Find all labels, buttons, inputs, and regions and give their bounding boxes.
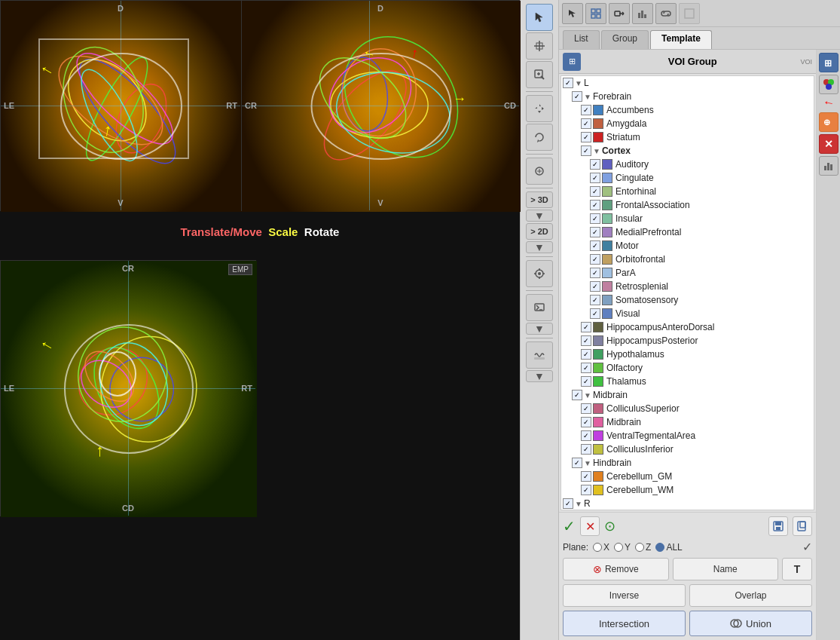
- side-icon-add-voi[interactable]: ⊞: [819, 53, 838, 72]
- tree-row-colliculus-i[interactable]: ✓ ColliculusInferior: [561, 442, 814, 456]
- view-3d-btn[interactable]: > 3D: [526, 191, 553, 208]
- tree-row-R[interactable]: ✓ ▼ R: [561, 497, 814, 510]
- tree-checkbox-forebrain[interactable]: ✓: [572, 91, 582, 102]
- side-icon-colors[interactable]: [819, 75, 838, 94]
- tree-row-thalamus[interactable]: ✓ Thalamus: [561, 375, 814, 388]
- plane-radio-Y[interactable]: Y: [614, 542, 631, 553]
- tree-row-hindbrain-group[interactable]: ✓ ▼ Hindbrain: [561, 456, 814, 470]
- tree-row-somatosensory[interactable]: ✓ Somatosensory: [561, 293, 814, 307]
- toolbar-minus4-btn[interactable]: ▼: [526, 370, 553, 382]
- plane-radio-X[interactable]: X: [593, 542, 609, 553]
- tree-container[interactable]: ✓ ▼ L ✓ ▼ Forebrain ✓ Accumbens: [561, 75, 814, 510]
- remove-btn[interactable]: ⊗ Remove: [563, 558, 669, 580]
- icon-link-btn[interactable]: [655, 3, 677, 24]
- plane-chevron[interactable]: ✓: [802, 540, 812, 554]
- tree-checkbox-auditory[interactable]: ✓: [590, 159, 600, 170]
- tree-checkbox-striatum[interactable]: ✓: [581, 132, 591, 142]
- tree-checkbox-colliculus-i[interactable]: ✓: [581, 444, 591, 455]
- tree-row-accumbens[interactable]: ✓ Accumbens: [561, 103, 814, 117]
- icon-chart-btn[interactable]: [632, 3, 653, 24]
- tree-row-frontalassociation[interactable]: ✓ FrontalAssociation: [561, 198, 814, 212]
- tree-checkbox-medialprefrontal[interactable]: ✓: [590, 227, 600, 237]
- tab-group[interactable]: Group: [601, 30, 649, 49]
- cancel-btn[interactable]: ✕: [580, 516, 600, 536]
- toolbar-move-btn[interactable]: [526, 95, 553, 122]
- tree-row-para[interactable]: ✓ ParA: [561, 266, 814, 280]
- brain-view-top-right[interactable]: D V CR CD → → →: [241, 0, 520, 211]
- side-icon-voi-active[interactable]: ⊕: [819, 112, 838, 132]
- tree-checkbox-hippo-p[interactable]: ✓: [581, 335, 591, 346]
- tree-row-L[interactable]: ✓ ▼ L: [561, 76, 814, 90]
- tree-row-midbrain-group[interactable]: ✓ ▼ Midbrain: [561, 388, 814, 402]
- icon-more-btn[interactable]: [679, 3, 700, 24]
- tree-row-vta[interactable]: ✓ VentralTegmentalArea: [561, 429, 814, 442]
- plane-radio-ALL[interactable]: ALL: [655, 542, 682, 553]
- icon-zoom-btn[interactable]: [609, 3, 630, 24]
- tree-checkbox-midbrain-group[interactable]: ✓: [572, 390, 582, 400]
- brain-view-top-left[interactable]: D V LE RT → →: [0, 0, 241, 211]
- tree-checkbox-cerebellum-wm[interactable]: ✓: [581, 485, 591, 495]
- side-icon-chart[interactable]: [819, 156, 838, 176]
- view-2d-btn[interactable]: > 2D: [526, 223, 553, 240]
- tree-row-cortex[interactable]: ✓ ▼ Cortex: [561, 144, 814, 158]
- toolbar-target-btn[interactable]: [526, 260, 553, 287]
- tree-row-entorhinal[interactable]: ✓ Entorhinal: [561, 185, 814, 198]
- tree-checkbox-cortex[interactable]: ✓: [581, 145, 591, 156]
- toolbar-minus3-btn[interactable]: ▼: [526, 323, 553, 335]
- tree-row-insular[interactable]: ✓ Insular: [561, 212, 814, 225]
- tree-checkbox-insular[interactable]: ✓: [590, 213, 600, 224]
- tree-row-amygdala[interactable]: ✓ Amygdala: [561, 117, 814, 130]
- toolbar-screen-btn[interactable]: [526, 294, 553, 321]
- tree-row-retrosplenial[interactable]: ✓ Retrosplenial: [561, 280, 814, 293]
- tree-row-hippocampus-p[interactable]: ✓ HippocampusPosterior: [561, 334, 814, 348]
- overlap-btn[interactable]: Overlap: [689, 584, 812, 607]
- save-btn[interactable]: [768, 516, 788, 536]
- toolbar-rotate-btn[interactable]: [526, 124, 553, 151]
- tree-checkbox-colliculus-s[interactable]: ✓: [581, 403, 591, 414]
- tree-row-forebrain[interactable]: ✓ ▼ Forebrain: [561, 90, 814, 103]
- tree-checkbox-retrosplenial[interactable]: ✓: [590, 281, 600, 292]
- tree-checkbox-orbitofrontal[interactable]: ✓: [590, 254, 600, 265]
- tree-checkbox-amygdala[interactable]: ✓: [581, 118, 591, 129]
- tree-row-hypothalamus[interactable]: ✓ Hypothalamus: [561, 348, 814, 361]
- circle-check-btn[interactable]: ⊙: [604, 518, 615, 534]
- tree-checkbox-para[interactable]: ✓: [590, 268, 600, 278]
- tree-checkbox-vta[interactable]: ✓: [581, 430, 591, 441]
- tree-row-orbitofrontal[interactable]: ✓ Orbitofrontal: [561, 253, 814, 266]
- plane-radio-Z[interactable]: Z: [635, 542, 651, 553]
- tree-row-striatum[interactable]: ✓ Striatum: [561, 130, 814, 144]
- intersection-btn[interactable]: Intersection: [563, 611, 686, 636]
- tree-row-midbrain[interactable]: ✓ Midbrain: [561, 415, 814, 429]
- tab-template[interactable]: Template: [650, 30, 712, 49]
- tree-checkbox-entorhinal[interactable]: ✓: [590, 186, 600, 197]
- toolbar-circle-btn[interactable]: [526, 158, 553, 185]
- tree-checkbox-L[interactable]: ✓: [563, 78, 573, 88]
- tree-row-auditory[interactable]: ✓ Auditory: [561, 158, 814, 171]
- tree-checkbox-hippo-ad[interactable]: ✓: [581, 322, 591, 332]
- tree-row-cerebellum-gm[interactable]: ✓ Cerebellum_GM: [561, 470, 814, 483]
- tree-row-hippocampus-ad[interactable]: ✓ HippocampusAnteroDorsal: [561, 320, 814, 334]
- union-btn[interactable]: Union: [689, 611, 812, 636]
- tree-expand-midbrain[interactable]: ▼: [584, 391, 591, 400]
- toolbar-wave-btn[interactable]: [526, 341, 553, 369]
- tree-row-colliculus-s[interactable]: ✓ ColliculusSuperior: [561, 402, 814, 415]
- toolbar-pointer-btn[interactable]: [526, 4, 553, 31]
- tree-checkbox-midbrain[interactable]: ✓: [581, 417, 591, 427]
- tree-row-motor[interactable]: ✓ Motor: [561, 239, 814, 253]
- side-icon-close[interactable]: ✕: [819, 134, 838, 154]
- toolbar-crosshair-btn[interactable]: [526, 32, 553, 60]
- tree-expand-R[interactable]: ▼: [575, 500, 582, 508]
- tree-checkbox-R[interactable]: ✓: [563, 498, 573, 509]
- tab-list[interactable]: List: [563, 30, 600, 49]
- export-btn[interactable]: [793, 516, 812, 536]
- tree-checkbox-cerebellum-gm[interactable]: ✓: [581, 471, 591, 482]
- brain-view-bottom[interactable]: CR CD LE RT EMP → →: [0, 260, 256, 516]
- tree-checkbox-thalamus[interactable]: ✓: [581, 376, 591, 387]
- toolbar-minus2-btn[interactable]: ▼: [526, 241, 553, 253]
- voi-header-icon[interactable]: ⊞: [563, 53, 581, 71]
- toolbar-minus-btn[interactable]: ▼: [526, 210, 553, 222]
- tree-checkbox-hindbrain-group[interactable]: ✓: [572, 458, 582, 468]
- tree-row-cingulate[interactable]: ✓ Cingulate: [561, 171, 814, 185]
- tree-checkbox-visual[interactable]: ✓: [590, 308, 600, 319]
- tree-expand-cortex[interactable]: ▼: [593, 147, 600, 155]
